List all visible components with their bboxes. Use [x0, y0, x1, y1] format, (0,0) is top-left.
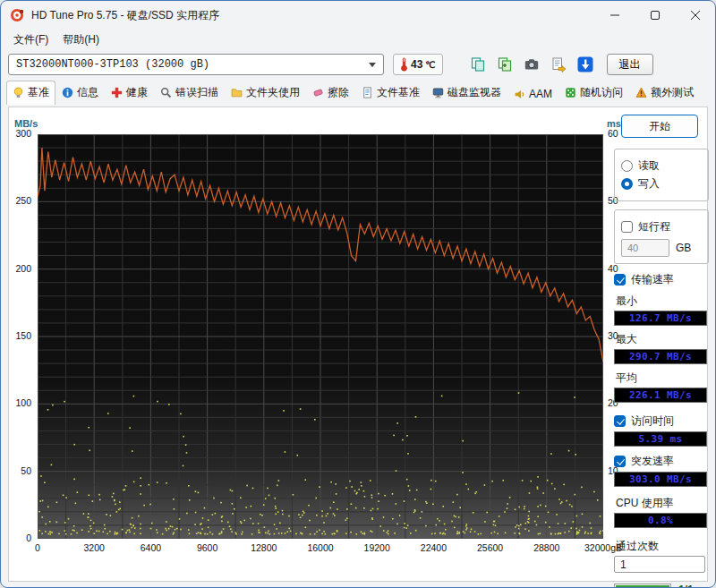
folder-icon — [231, 87, 243, 98]
write-radio-row[interactable]: 写入 — [621, 176, 702, 192]
scan-icon — [160, 87, 172, 98]
tab-file-benchmark[interactable]: 文件基准 — [355, 81, 426, 105]
copy-text-button[interactable] — [466, 53, 490, 76]
burst-rate-checkbox[interactable] — [614, 456, 626, 467]
exit-button[interactable]: 退出 — [607, 54, 653, 75]
temperature-value: 43 — [411, 58, 422, 71]
tab-erase[interactable]: 擦除 — [306, 81, 355, 105]
short-stroke-size-input[interactable]: 40 — [621, 239, 669, 257]
tick-label: 100 — [15, 397, 31, 408]
access-time-value: 5.39 ms — [614, 431, 707, 447]
health-icon — [111, 87, 123, 98]
short-stroke-group: 短行程 40 GB — [614, 209, 709, 264]
download-button[interactable] — [574, 53, 598, 76]
copy-image-icon — [497, 56, 513, 72]
tab-random-access[interactable]: 随机访问 — [558, 81, 629, 105]
thermometer-icon — [400, 57, 408, 72]
main-panel: MB/s ms 300250200150100500 605040302010 … — [8, 107, 708, 582]
aam-icon — [514, 89, 525, 100]
window-title: HD Tune Pro 5.75 - 硬盘/SSD 实用程序 — [31, 8, 219, 23]
tab-label: 额外测试 — [651, 85, 694, 100]
progress-text: 1/1 — [678, 584, 694, 588]
tick-label: 200 — [15, 263, 31, 274]
progress-row: 1/1 — [614, 584, 709, 588]
transfer-rate-row[interactable]: 传输速率 — [614, 272, 709, 287]
write-radio[interactable] — [621, 178, 633, 190]
short-stroke-row[interactable]: 短行程 — [621, 219, 702, 234]
maximize-icon[interactable] — [635, 1, 675, 30]
tab-folder-usage[interactable]: 文件夹使用 — [225, 81, 306, 105]
tab-label: 随机访问 — [580, 85, 623, 100]
tab-extra-tests[interactable]: 额外测试 — [629, 81, 700, 105]
tab-label: 错误扫描 — [175, 85, 218, 100]
toolbar: ST32000NT000-3TP103 (32000 gB) 43 ℃ — [1, 49, 715, 80]
download-icon — [576, 55, 594, 73]
min-value: 126.7 MB/s — [614, 311, 707, 326]
x-axis-ticks: 0320064009600128001600019200224002560028… — [38, 542, 603, 555]
cpu-usage-value: 0.8% — [614, 513, 707, 528]
access-time-label: 访问时间 — [631, 413, 674, 429]
tab-health[interactable]: 健康 — [105, 81, 154, 105]
tick-label: 3200 — [84, 542, 105, 553]
tab-label: 文件基准 — [377, 85, 420, 100]
progress-bar — [614, 584, 671, 588]
close-icon[interactable] — [675, 1, 715, 30]
burst-rate-row[interactable]: 突发速率 — [614, 454, 709, 469]
disk-monitor-icon — [432, 87, 444, 98]
access-time-checkbox[interactable] — [614, 415, 626, 427]
copy-image-button[interactable] — [493, 53, 517, 76]
tab-info[interactable]: 信息 — [55, 81, 105, 105]
transfer-rate-checkbox[interactable] — [614, 274, 626, 285]
menu-file[interactable]: 文件(F) — [6, 30, 55, 50]
start-button[interactable]: 开始 — [621, 115, 698, 138]
tick-label: 300 — [15, 128, 31, 139]
tab-label: 磁盘监视器 — [448, 85, 501, 100]
short-stroke-unit: GB — [676, 242, 691, 254]
bulb-icon — [13, 87, 24, 98]
pass-count-input[interactable]: 1 — [614, 556, 705, 573]
title-bar: HD Tune Pro 5.75 - 硬盘/SSD 实用程序 — [1, 1, 715, 30]
tick-label: 0 — [35, 542, 40, 553]
extra-tests-icon — [635, 87, 647, 98]
tick-label: 50 — [21, 465, 31, 476]
minimize-icon[interactable] — [594, 1, 635, 30]
read-radio-label: 读取 — [638, 158, 660, 174]
tab-bar: 基准 信息 健康 错误扫描 — [1, 80, 715, 105]
camera-icon — [524, 56, 540, 72]
short-stroke-label: 短行程 — [638, 219, 670, 234]
benchmark-controls: 开始 读取 写入 短行程 40 GB — [614, 113, 709, 588]
tab-error-scan[interactable]: 错误扫描 — [154, 81, 225, 105]
menu-help[interactable]: 帮助(H) — [55, 30, 107, 50]
tab-aam[interactable]: AAM — [507, 83, 558, 105]
transfer-rate-label: 传输速率 — [631, 272, 674, 287]
access-time-row[interactable]: 访问时间 — [614, 413, 709, 429]
tick-label: 9600 — [197, 542, 217, 553]
benchmark-plot — [38, 134, 603, 539]
tab-label: 信息 — [77, 85, 98, 100]
tick-label: 150 — [15, 330, 31, 341]
write-radio-label: 写入 — [638, 176, 660, 192]
temperature-indicator[interactable]: 43 ℃ — [393, 54, 443, 75]
tick-label: 16000 — [307, 542, 333, 553]
export-button[interactable] — [547, 53, 571, 76]
cpu-usage-label: CPU 使用率 — [616, 496, 709, 511]
tab-label: 基准 — [28, 85, 49, 100]
chevron-down-icon — [369, 63, 376, 67]
drive-selector[interactable]: ST32000NT000-3TP103 (32000 gB) — [8, 54, 384, 75]
tick-label: 250 — [15, 195, 31, 206]
camera-button[interactable] — [520, 53, 544, 76]
tab-label: AAM — [529, 88, 552, 100]
app-icon — [10, 8, 24, 22]
tab-disk-monitor[interactable]: 磁盘监视器 — [426, 81, 507, 105]
tab-label: 擦除 — [328, 85, 349, 100]
read-radio[interactable] — [621, 160, 633, 172]
avg-value: 226.1 MB/s — [614, 388, 707, 403]
tick-label: 6400 — [141, 542, 161, 553]
copy-pages-icon — [470, 56, 486, 72]
tick-label: 28800 — [533, 542, 559, 553]
drive-selector-value: ST32000NT000-3TP103 (32000 gB) — [16, 58, 209, 71]
erase-icon — [312, 87, 324, 98]
tab-benchmark[interactable]: 基准 — [6, 81, 55, 105]
read-radio-row[interactable]: 读取 — [621, 158, 702, 174]
short-stroke-checkbox[interactable] — [621, 221, 633, 233]
